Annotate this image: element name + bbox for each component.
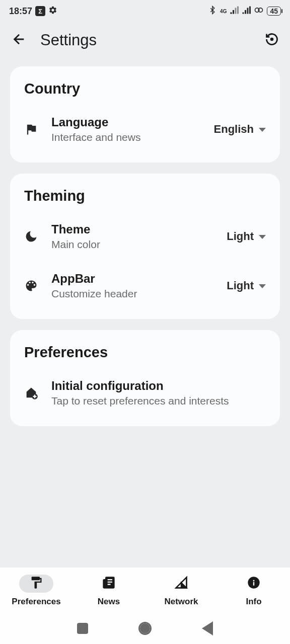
theming-section: Theming Theme Main color Light AppBar Cu… (10, 174, 280, 319)
nav-preferences[interactable]: Preferences (0, 575, 72, 607)
back-button[interactable] (202, 621, 213, 635)
section-title: Theming (24, 188, 266, 204)
home-button[interactable] (138, 622, 152, 635)
nav-network[interactable]: Network (145, 575, 218, 607)
section-title: Country (24, 80, 266, 97)
bottom-nav: Preferences News Network Info (0, 568, 290, 613)
history-reset-icon[interactable] (265, 32, 279, 48)
row-title: Initial configuration (51, 379, 266, 393)
appbar-dropdown[interactable]: Light (227, 279, 266, 292)
bluetooth-icon (208, 6, 217, 17)
flag-icon (24, 122, 38, 136)
appbar-row[interactable]: AppBar Customize header Light (24, 269, 266, 303)
home-add-icon (24, 386, 38, 400)
info-icon (247, 576, 261, 592)
network-4g-label: 4G (220, 9, 227, 14)
chevron-down-icon (259, 235, 266, 239)
row-subtitle: Interface and news (51, 131, 201, 143)
gear-icon (48, 6, 57, 17)
status-time: 18:57 (9, 6, 32, 17)
chevron-down-icon (259, 284, 266, 288)
row-subtitle: Tap to reset preferences and interests (51, 395, 266, 407)
palette-icon (24, 279, 38, 293)
nav-label: Preferences (12, 597, 60, 607)
roller-icon (29, 576, 43, 592)
nav-label: News (98, 597, 120, 607)
loop-icon (254, 5, 264, 18)
nav-news[interactable]: News (72, 575, 145, 607)
language-dropdown[interactable]: English (214, 123, 266, 136)
row-subtitle: Main color (51, 238, 213, 251)
country-section: Country Language Interface and news Engl… (10, 66, 280, 163)
row-subtitle: Customize header (51, 288, 213, 300)
signal-icon-2 (242, 6, 251, 17)
section-title: Preferences (24, 344, 266, 361)
status-bar: 18:57 Σ 4G 45 (0, 0, 290, 22)
moon-icon (24, 229, 38, 244)
language-row[interactable]: Language Interface and news English (24, 112, 266, 146)
nav-label: Info (246, 597, 261, 607)
signal-icon (230, 6, 239, 17)
svg-point-2 (271, 38, 273, 40)
back-arrow-icon[interactable] (11, 31, 27, 49)
preferences-section: Preferences Initial configuration Tap to… (10, 330, 280, 426)
nav-info[interactable]: Info (218, 575, 290, 607)
row-title: Theme (51, 222, 213, 236)
nav-label: Network (164, 597, 198, 607)
battery-indicator: 45 (267, 7, 281, 16)
recents-button[interactable] (77, 623, 88, 634)
page-title: Settings (40, 31, 252, 49)
signal-triangle-icon (174, 576, 188, 592)
initial-config-row[interactable]: Initial configuration Tap to reset prefe… (24, 376, 266, 410)
theme-row[interactable]: Theme Main color Light (24, 219, 266, 254)
theme-dropdown[interactable]: Light (227, 230, 266, 243)
row-title: Language (51, 115, 201, 129)
app-bar: Settings (0, 22, 290, 60)
chevron-down-icon (259, 128, 266, 132)
row-title: AppBar (51, 272, 213, 286)
news-icon (102, 576, 116, 592)
sigma-icon: Σ (35, 6, 45, 16)
system-nav (0, 613, 290, 644)
